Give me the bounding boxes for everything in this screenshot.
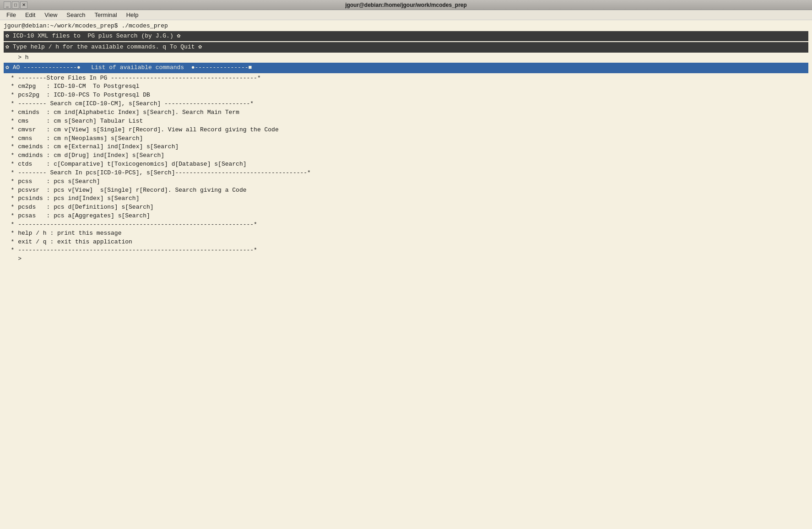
- line-1: * cm2pg : ICD-10-CM To Postgresql: [4, 82, 808, 91]
- close-button[interactable]: ✕: [20, 1, 27, 9]
- line-5: * cms : cm s[Search] Tabular List: [4, 117, 808, 126]
- line-18: * help / h : print this message: [4, 229, 808, 238]
- minimize-button[interactable]: _: [4, 1, 11, 9]
- bar-middle: List of available commands: [84, 64, 188, 72]
- line-12: * pcss : pcs s[Search]: [4, 178, 808, 186]
- bar-left: ✿ AO ---------------●: [5, 64, 84, 72]
- terminal-content[interactable]: jgour@debian:~/work/mcodes_prep$ ./mcode…: [0, 20, 812, 529]
- line-17: * --------------------------------------…: [4, 221, 808, 229]
- menu-search[interactable]: Search: [62, 11, 90, 19]
- menu-file[interactable]: File: [2, 11, 21, 19]
- line-13: * pcsvsr : pcs v[View] s[Single] r[Recor…: [4, 186, 808, 195]
- prompt-final: >: [4, 255, 808, 264]
- menu-help[interactable]: Help: [122, 11, 143, 19]
- line-4: * cminds : cm ind[Alphabetic Index] s[Se…: [4, 108, 808, 117]
- menu-view[interactable]: View: [40, 11, 62, 19]
- line-2: * pcs2pg : ICD-10-PCS To Postgresql DB: [4, 91, 808, 100]
- banner2-prefix: ✿ Type help / h for the available comman…: [5, 43, 202, 51]
- line-3: * -------- Search cm[ICD-10-CM], s[Searc…: [4, 100, 808, 108]
- line-20: * --------------------------------------…: [4, 246, 808, 255]
- title-bar: _ □ ✕ jgour@debian:/home/jgour/work/mcod…: [0, 0, 812, 10]
- bar-right: ●---------------■: [188, 64, 252, 72]
- line-0: * --------Store Files In PG ------------…: [4, 74, 808, 83]
- initial-prompt: jgour@debian:~/work/mcodes_prep$ ./mcode…: [4, 22, 808, 30]
- list-commands-bar: ✿ AO ---------------● List of available …: [4, 63, 808, 73]
- line-10: * ctds : c[Comparative] t[Toxicogenomics…: [4, 160, 808, 169]
- line-11: * -------- Search In pcs[ICD-10-PCS], s[…: [4, 169, 808, 178]
- menu-bar: File Edit View Search Terminal Help: [0, 10, 812, 20]
- menu-terminal[interactable]: Terminal: [90, 11, 122, 19]
- maximize-button[interactable]: □: [12, 1, 19, 9]
- line-6: * cmvsr : cm v[View] s[Single] r[Record]…: [4, 126, 808, 135]
- line-15: * pcsds : pcs d[Definitions] s[Search]: [4, 203, 808, 212]
- banner1-prefix: ✿ ICD-10 XML files to PG plus Search (by…: [5, 32, 180, 40]
- cmd-input-line: > h: [4, 54, 808, 62]
- line-14: * pcsinds : pcs ind[Index] s[Search]: [4, 194, 808, 203]
- banner-icd10: ✿ ICD-10 XML files to PG plus Search (by…: [4, 31, 808, 41]
- window-title: jgour@debian:/home/jgour/work/mcodes_pre…: [31, 2, 781, 8]
- line-7: * cmns : cm n[Neoplasms] s[Search]: [4, 135, 808, 143]
- line-9: * cmdinds : cm d[Drug] ind[Index] s[Sear…: [4, 151, 808, 160]
- terminal-window: _ □ ✕ jgour@debian:/home/jgour/work/mcod…: [0, 0, 812, 529]
- line-16: * pcsas : pcs a[Aggregates] s[Search]: [4, 212, 808, 221]
- line-8: * cmeinds : cm e[External] ind[Index] s[…: [4, 143, 808, 151]
- banner-help-hint: ✿ Type help / h for the available comman…: [4, 42, 808, 52]
- line-19: * exit / q : exit this application: [4, 238, 808, 247]
- menu-edit[interactable]: Edit: [21, 11, 40, 19]
